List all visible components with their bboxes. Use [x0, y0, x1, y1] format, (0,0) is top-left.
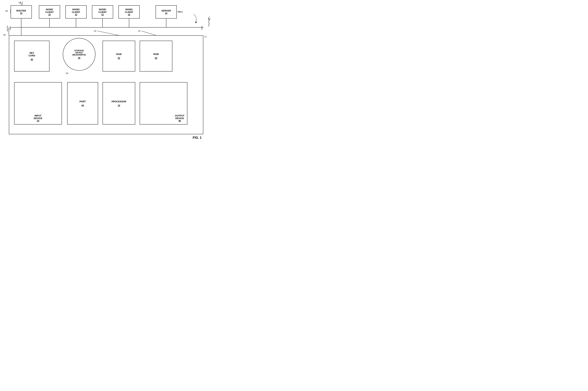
ref-10: 10 — [208, 18, 210, 20]
diagram-container: 10 40 ROUTER 12 56 58 NODE/ CLIENT 12 NO… — [0, 0, 212, 141]
figure-label: FIG. 1 — [193, 136, 202, 140]
node-client-4: NODE/ CLIENT 12 — [118, 5, 140, 18]
router-box: ROUTER 12 — [11, 5, 32, 18]
ref-58: 58 — [18, 1, 21, 4]
output-device-box: 48 50 HD 52 OUTPUT DEVICE 46 — [140, 82, 187, 125]
node-client-2: NODE/ CLIENT 12 — [65, 5, 87, 18]
ref-54: 54 — [66, 72, 68, 75]
port-box: PORT 44 — [67, 82, 98, 125]
ref-16-right: 16 — [138, 30, 140, 32]
node-client-1: NODE/ CLIENT 12 — [39, 5, 60, 18]
ref-40: 40 — [3, 34, 6, 36]
svg-line-18 — [97, 31, 119, 35]
rom-box: ROM 20 — [140, 41, 172, 72]
ram-box: RAM 22 — [103, 41, 135, 72]
node-client-3: NODE/ CLIENT 12 — [92, 5, 113, 18]
svg-marker-26 — [195, 21, 197, 23]
ref-12-main: 12 — [204, 35, 207, 38]
ref-56: 56 — [5, 10, 8, 12]
net-card-box: NET CARD 42 — [14, 41, 49, 72]
svg-line-19 — [141, 31, 156, 35]
input-device-box: HD 38 32 36 30 — [14, 82, 62, 125]
server-box: SERVER 12 — [156, 5, 177, 18]
storage-device-box: STORAGE DEVICE (READ/WRITE) 18 — [63, 38, 96, 71]
ref-16-left: 16 — [94, 30, 96, 32]
processor-box: PROCESSOR 14 — [103, 82, 135, 125]
ref-60: 60 — [180, 11, 183, 13]
